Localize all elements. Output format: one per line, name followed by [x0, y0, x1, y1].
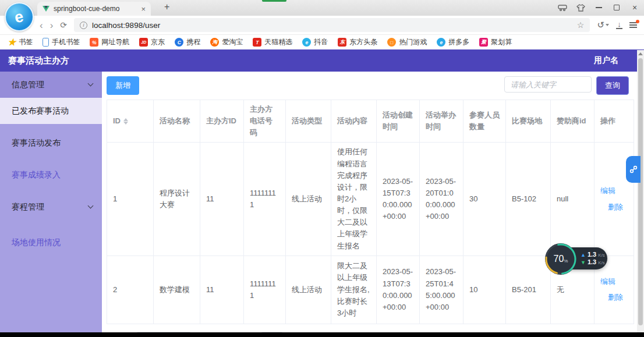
- table-cell: 程序设计大赛: [154, 143, 200, 256]
- upload-value: 1.3: [588, 251, 596, 258]
- chevron-down-icon: [88, 81, 94, 87]
- sort-icon[interactable]: [123, 118, 128, 125]
- sidebar-item-label: 赛事活动发布: [12, 138, 61, 148]
- back-button[interactable]: ‹: [40, 20, 43, 30]
- close-button[interactable]: ×: [630, 3, 639, 12]
- browser-widget-icon[interactable]: [558, 3, 567, 12]
- username[interactable]: 用户名: [594, 55, 618, 66]
- bookmark-item[interactable]: 手机书签: [43, 37, 80, 47]
- favorite-star-icon[interactable]: ☆: [577, 20, 585, 30]
- url-bar[interactable]: i localhost:9898/user ☆: [74, 18, 590, 32]
- sidebar-group-schedule[interactable]: 赛程管理: [0, 194, 102, 220]
- sidebar-item-venue-usage[interactable]: 场地使用情况: [0, 229, 102, 256]
- column-header-id[interactable]: ID: [107, 100, 154, 143]
- download-speed: ▼ 1.3 K/s: [581, 259, 607, 265]
- browser-logo-glyph: e: [13, 7, 25, 26]
- sidebar-item-published-events[interactable]: 已发布赛事活动: [0, 98, 102, 124]
- search-group: 查询: [504, 76, 629, 95]
- browser-tab[interactable]: springboot-cue-demo ×: [37, 2, 151, 16]
- table-cell: 11111111: [244, 256, 286, 324]
- menu-icon[interactable]: [629, 22, 637, 28]
- bookmark-label: 聚划算: [491, 37, 512, 47]
- table-cell: 1: [107, 143, 154, 256]
- bookmark-label: 爱淘宝: [222, 37, 243, 47]
- bookmark-label: 抖音: [314, 37, 328, 47]
- table-cell: 11: [200, 143, 244, 256]
- add-button[interactable]: 新增: [107, 76, 139, 95]
- delete-link[interactable]: 删除: [608, 292, 628, 303]
- bookmark-item[interactable]: 东东方头条: [338, 37, 377, 47]
- site-info-icon[interactable]: i: [80, 22, 87, 29]
- toutiao-icon: 东: [338, 38, 346, 47]
- search-input[interactable]: [504, 76, 592, 93]
- minimize-button[interactable]: [594, 3, 603, 12]
- main-content: 新增 查询 ID 活动名称 主办方ID 主办方电话号码: [102, 72, 644, 332]
- sidebar: 信息管理 已发布赛事活动 赛事活动发布 赛事成绩录入 赛程管理 场地使用情况: [0, 72, 102, 332]
- download-unit: K/s: [598, 261, 605, 265]
- speed-monitor-widget[interactable]: ▲ 1.3 K/s ▼ 1.3 K/s 70%: [544, 243, 608, 278]
- bookmark-item[interactable]: C携程: [175, 37, 200, 47]
- edit-link[interactable]: 编辑: [600, 276, 628, 288]
- upload-arrow-icon: ▲: [581, 253, 586, 258]
- sidebar-item-label: 赛事成绩录入: [12, 170, 61, 180]
- tab-bar: e springboot-cue-demo × + ×: [0, 0, 644, 16]
- download-arrow-icon: ▼: [581, 260, 586, 265]
- reload-button[interactable]: ⟳: [60, 20, 67, 30]
- sidebar-tool-handle[interactable]: [626, 156, 641, 183]
- sidebar-item-publish-event[interactable]: 赛事活动发布: [0, 130, 102, 156]
- theme-skin-icon[interactable]: [576, 3, 585, 12]
- column-label: ID: [113, 116, 121, 125]
- bookmark-item[interactable]: JD京东: [139, 37, 165, 47]
- query-button[interactable]: 查询: [596, 76, 629, 95]
- bookmark-item[interactable]: ★书签: [8, 37, 33, 48]
- restore-button[interactable]: [612, 3, 621, 12]
- bookmark-item[interactable]: 淘爱淘宝: [210, 37, 243, 47]
- link-icon: [629, 165, 638, 173]
- bookmark-label: 手机书签: [52, 37, 80, 47]
- scroll-up-icon[interactable]: [638, 52, 643, 55]
- events-table: ID 活动名称 主办方ID 主办方电话号码 活动类型 活动内容 活动创建时间 活…: [107, 100, 634, 324]
- games-icon: □: [387, 38, 396, 47]
- download-icon[interactable]: ↓: [616, 21, 622, 29]
- page-header: 赛事活动主办方 用户名: [0, 49, 644, 72]
- scrollbar[interactable]: [637, 50, 644, 332]
- forward-button[interactable]: ›: [50, 20, 54, 30]
- table-cell: 2023-05-13T07:30:00.000+00:00: [377, 256, 420, 324]
- column-header: 主办方ID: [200, 100, 244, 143]
- recently-closed-button[interactable]: ↺: [597, 20, 609, 30]
- table-cell: 30: [463, 143, 506, 256]
- tab-close-icon[interactable]: ×: [141, 5, 146, 13]
- table-cell: 线上活动: [286, 256, 331, 324]
- delete-link[interactable]: 删除: [608, 201, 628, 213]
- caret-down-icon: [606, 24, 609, 26]
- memory-gauge[interactable]: 70%: [544, 243, 577, 275]
- column-header: 活动内容: [331, 100, 377, 143]
- table-cell: 2023-05-25T01:45:00.000+00:00: [420, 256, 463, 324]
- scrollbar-thumb[interactable]: [638, 58, 643, 325]
- pinduoduo-icon: e: [437, 38, 445, 47]
- tab-loading-indicator: [262, 0, 286, 2]
- bookmark-item[interactable]: □热门游戏: [387, 37, 427, 47]
- sidebar-item-score-entry[interactable]: 赛事成绩录入: [0, 162, 102, 188]
- column-header: 活动创建时间: [377, 100, 420, 143]
- column-header: 活动举办时间: [420, 100, 463, 143]
- new-tab-button[interactable]: +: [164, 2, 169, 12]
- nav-icon: %: [90, 38, 98, 47]
- bookmark-item[interactable]: e抖音: [302, 37, 328, 47]
- table-header-row: ID 活动名称 主办方ID 主办方电话号码 活动类型 活动内容 活动创建时间 活…: [107, 100, 634, 143]
- phone-icon: [43, 38, 49, 47]
- bookmark-label: 网址导航: [101, 37, 129, 47]
- sidebar-group-info[interactable]: 信息管理: [0, 72, 102, 98]
- edit-link[interactable]: 编辑: [600, 185, 628, 197]
- table-cell: 11111111: [244, 143, 286, 256]
- bookmark-item[interactable]: 聚聚划算: [479, 37, 512, 47]
- bookmark-item[interactable]: %网址导航: [90, 37, 129, 47]
- gauge-percent: 70%: [544, 243, 577, 275]
- table-cell: 10: [463, 256, 506, 324]
- bookmark-item[interactable]: T天猫精选: [253, 37, 292, 47]
- bookmark-item[interactable]: e拼多多: [437, 37, 469, 47]
- browser-logo-icon[interactable]: e: [5, 2, 34, 31]
- upload-speed: ▲ 1.3 K/s: [581, 251, 607, 258]
- table-cell: 使用任何编程语言完成程序设计，限时2小时，仅限大二及以上年级学生报名: [331, 143, 377, 256]
- table-cell: B5-102: [506, 143, 551, 256]
